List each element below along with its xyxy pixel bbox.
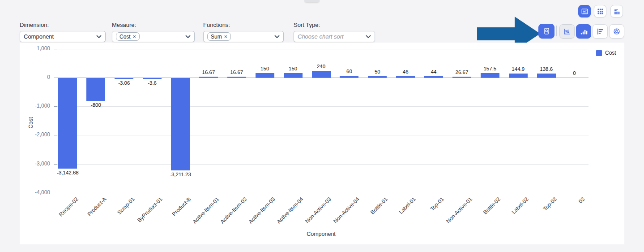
y-tick-label: -4,000	[20, 189, 50, 196]
top-notch	[304, 0, 320, 2]
axis-tick	[54, 135, 57, 135]
dimension-select[interactable]: Component	[20, 31, 106, 42]
donut-chart-button[interactable]	[609, 24, 624, 39]
bar[interactable]	[256, 73, 274, 78]
functions-chip[interactable]: Sum ×	[207, 32, 231, 41]
axis-tick	[54, 78, 57, 78]
bookmark-search-button[interactable]	[538, 24, 554, 39]
bar[interactable]	[340, 76, 358, 78]
legend-item-cost[interactable]: Cost	[596, 50, 616, 56]
measure-chip-label: Cost	[119, 34, 131, 40]
sort-type-select[interactable]: Choose chart sort	[294, 31, 375, 42]
bar-value-label: -3,211.23	[162, 172, 199, 177]
chevron-down-icon	[366, 35, 371, 39]
remove-chip-icon[interactable]: ×	[133, 34, 136, 39]
x-category-label: Bottle-02	[482, 196, 502, 216]
x-category-label: Non-Active-01	[445, 196, 473, 225]
chevron-down-icon	[274, 35, 280, 39]
x-category-label: Product-A	[86, 196, 108, 217]
bar[interactable]	[58, 78, 77, 169]
axis-tick	[54, 164, 57, 165]
gridline	[54, 106, 589, 107]
y-tick-label: 1,000	[20, 45, 50, 52]
bar-value-label: -800	[77, 102, 115, 108]
y-tick-label: -3,000	[20, 161, 50, 167]
x-category-label: Active-Item-03	[247, 196, 277, 225]
bar[interactable]	[396, 76, 415, 78]
bar[interactable]	[143, 78, 162, 79]
bar[interactable]	[368, 76, 387, 78]
document-search-icon	[543, 27, 550, 35]
donut-chart-icon	[613, 27, 621, 35]
axis-tick	[54, 49, 57, 49]
horizontal-bar-chart-button[interactable]	[593, 24, 608, 39]
x-category-label: Recipe-02	[58, 196, 80, 218]
legend-swatch	[596, 50, 602, 56]
x-category-label: Scrap-01	[116, 196, 136, 216]
bar[interactable]	[199, 77, 218, 78]
dimension-filter: Dimension: Component	[20, 22, 106, 42]
remove-chip-icon[interactable]: ×	[224, 34, 227, 39]
analytics-chart-screen: Dimension: Component Mesaure: Cost × Fun…	[0, 0, 644, 252]
axis-tick	[54, 193, 57, 193]
functions-chip-label: Sum	[211, 34, 222, 40]
x-category-label: 02	[577, 196, 586, 204]
chart-table-view-button[interactable]	[610, 5, 623, 17]
measure-chip[interactable]: Cost ×	[116, 32, 140, 41]
horizontal-bar-chart-icon	[596, 27, 604, 35]
bar[interactable]	[537, 74, 556, 78]
dimension-value: Component	[24, 33, 54, 40]
bar-value-label: -3.6	[133, 80, 171, 86]
x-category-label: Bottle-01	[369, 196, 389, 216]
table-grid-icon	[597, 8, 604, 15]
bar[interactable]	[424, 76, 443, 78]
chart-and-table-icon	[613, 8, 621, 15]
x-category-label: Top-02	[542, 196, 558, 212]
bar[interactable]	[481, 73, 499, 78]
bar[interactable]	[171, 78, 190, 170]
annotation-arrow-tail	[477, 27, 516, 40]
gridline	[54, 78, 589, 78]
gridline	[54, 164, 589, 165]
bar-chart-icon	[580, 27, 588, 35]
table-view-button[interactable]	[594, 5, 606, 17]
bar[interactable]	[115, 78, 133, 79]
chevron-down-icon	[185, 35, 191, 39]
sort-type-filter: Sort Type: Choose chart sort	[294, 22, 375, 42]
x-category-label: Top-01	[429, 196, 445, 212]
y-tick-label: 0	[20, 74, 50, 80]
bar-value-label: -3,142.68	[49, 170, 86, 175]
sort-type-placeholder: Choose chart sort	[298, 33, 344, 40]
bar-value-label: 240	[303, 64, 340, 69]
x-category-label: Label-02	[511, 196, 530, 215]
bar[interactable]	[227, 77, 246, 78]
x-category-label: Non-Active-04	[333, 196, 361, 225]
bar[interactable]	[312, 71, 331, 78]
line-chart-button[interactable]	[559, 24, 575, 39]
y-axis-title: Cost	[28, 117, 34, 129]
chart-card: Cost 1,0000-1,000-2,000-3,000-4,000-3,14…	[20, 43, 624, 244]
x-category-label: Label-01	[398, 196, 417, 215]
x-category-label: Active-Item-04	[276, 196, 305, 225]
bar-value-label: 0	[556, 70, 593, 76]
x-axis-title: Component	[54, 231, 589, 237]
x-category-label: Product-B	[171, 196, 192, 217]
x-category-label: ByProduct-01	[136, 196, 164, 223]
bar[interactable]	[86, 78, 105, 101]
gridline	[54, 193, 589, 193]
functions-select[interactable]: Sum ×	[203, 31, 284, 42]
functions-label: Functions:	[203, 22, 284, 28]
bar[interactable]	[284, 73, 303, 78]
functions-filter: Functions: Sum ×	[203, 22, 284, 42]
chart-view-button[interactable]	[578, 5, 591, 17]
x-category-label: Non-Active-03	[304, 196, 333, 225]
line-chart-frame-icon	[581, 8, 589, 15]
axis-tick	[54, 106, 57, 107]
bar[interactable]	[452, 77, 471, 78]
bar-chart-button[interactable]	[576, 24, 591, 39]
toolbar-divider	[556, 26, 557, 36]
measure-label: Mesaure:	[112, 22, 195, 28]
measure-filter: Mesaure: Cost ×	[112, 22, 195, 42]
measure-select[interactable]: Cost ×	[112, 31, 195, 42]
bar[interactable]	[509, 74, 528, 78]
